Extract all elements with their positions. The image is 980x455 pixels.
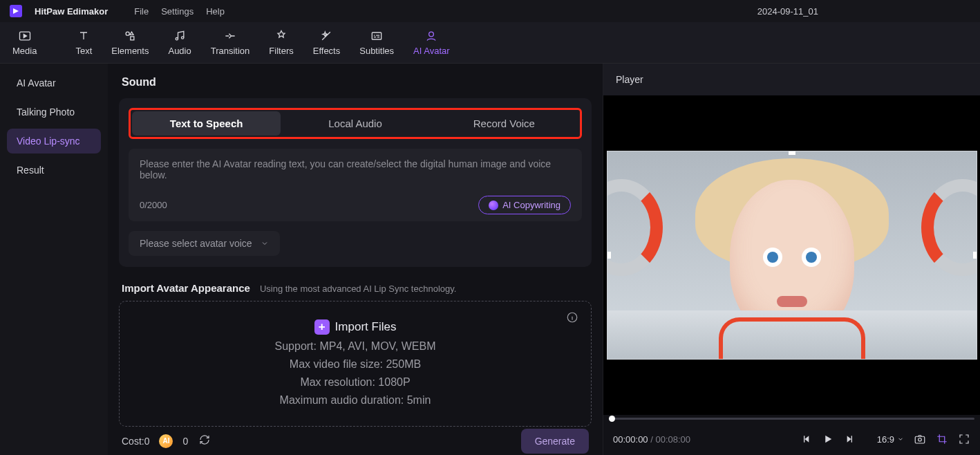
sidebar-item-video-lipsync[interactable]: Video Lip-sync xyxy=(7,129,101,154)
tts-textarea[interactable]: Please enter the AI Avatar reading text,… xyxy=(129,149,582,221)
coin-icon: AI xyxy=(159,434,173,448)
char-counter: 0/2000 xyxy=(140,200,167,210)
footer-bar: Cost:0 AI 0 Generate xyxy=(119,427,592,455)
menu-settings[interactable]: Settings xyxy=(161,6,194,17)
chevron-down-icon xyxy=(261,239,269,248)
aspect-ratio-label: 16:9 xyxy=(877,434,894,445)
time-current: 00:00:00 xyxy=(613,434,648,445)
generate-button[interactable]: Generate xyxy=(521,429,589,454)
project-name: 2024-09-11_01 xyxy=(757,6,818,17)
prev-frame-button[interactable] xyxy=(801,434,812,445)
avatar-voice-select-label: Please select avatar voice xyxy=(140,238,252,249)
ribbon-effects-label: Effects xyxy=(313,46,341,56)
ribbon-ai-avatar[interactable]: AI Avatar xyxy=(413,29,450,56)
ribbon-elements[interactable]: Elements xyxy=(111,29,149,56)
tab-record-voice[interactable]: Record Voice xyxy=(430,111,578,136)
menu-file[interactable]: File xyxy=(134,6,149,17)
ribbon-audio[interactable]: Audio xyxy=(168,29,191,56)
plus-icon: + xyxy=(314,319,330,335)
ribbon-transition[interactable]: Transition xyxy=(211,29,250,56)
app-name: HitPaw Edimakor xyxy=(35,6,108,17)
import-files-button[interactable]: + Import Files xyxy=(314,319,397,335)
avatar-suit xyxy=(607,310,977,359)
sound-tabs: Text to Speech Local Audio Record Voice xyxy=(129,108,582,139)
ai-copywriting-label: AI Copywriting xyxy=(502,200,560,210)
svg-rect-8 xyxy=(915,436,925,443)
char-count-max: /2000 xyxy=(144,200,167,210)
play-button[interactable] xyxy=(822,433,834,445)
import-files-label: Import Files xyxy=(335,320,397,334)
avatar-headset-l xyxy=(607,179,663,276)
ribbon-elements-label: Elements xyxy=(111,46,149,56)
ribbon-filters-label: Filters xyxy=(269,46,293,56)
player-timeline[interactable] xyxy=(603,415,980,423)
svg-rect-5 xyxy=(373,32,381,39)
svg-point-4 xyxy=(182,37,184,39)
ribbon-transition-label: Transition xyxy=(211,46,250,56)
import-res-text: Max resolution: 1080P xyxy=(300,376,410,389)
import-dropzone[interactable]: + Import Files Support: MP4, AVI, MOV, W… xyxy=(119,301,592,427)
ribbon-ai-avatar-label: AI Avatar xyxy=(413,46,450,56)
svg-rect-2 xyxy=(131,37,134,40)
tts-placeholder: Please enter the AI Avatar reading text,… xyxy=(140,158,571,192)
time-total: 00:08:00 xyxy=(655,434,690,445)
svg-point-1 xyxy=(126,32,130,35)
ribbon-audio-label: Audio xyxy=(168,46,191,56)
info-icon[interactable] xyxy=(566,311,578,326)
import-support-text: Support: MP4, AVI, MOV, WEBM xyxy=(275,340,436,353)
credits-value: 0 xyxy=(182,436,188,447)
import-title: Import Avatar Appearance xyxy=(122,282,250,294)
tab-text-to-speech[interactable]: Text to Speech xyxy=(132,111,281,136)
sparkle-orb-icon xyxy=(489,201,498,210)
aspect-ratio-select[interactable]: 16:9 xyxy=(877,434,904,445)
avatar-preview[interactable] xyxy=(607,151,977,360)
import-subtitle: Using the most advanced AI Lip Sync tech… xyxy=(260,284,456,294)
sidebar-item-ai-avatar[interactable]: AI Avatar xyxy=(7,71,101,95)
snapshot-button[interactable] xyxy=(914,433,926,445)
ribbon-effects[interactable]: Effects xyxy=(313,29,341,56)
sidebar: AI Avatar Talking Photo Video Lip-sync R… xyxy=(0,64,108,455)
import-size-text: Max video file size: 250MB xyxy=(290,358,421,371)
timeline-playhead[interactable] xyxy=(609,416,615,422)
ribbon-media-label: Media xyxy=(12,46,37,56)
refresh-button[interactable] xyxy=(199,434,210,448)
ribbon-subtitles[interactable]: Subtitles xyxy=(359,29,394,56)
ribbon-toolbar: Media Text Elements Audio Transition Fil… xyxy=(0,22,980,64)
player-panel: Player xyxy=(603,64,980,455)
next-frame-button[interactable] xyxy=(844,434,855,445)
import-dur-text: Maximum audio duration: 5min xyxy=(280,394,431,407)
player-title: Player xyxy=(603,64,980,95)
main-panel: Sound Text to Speech Local Audio Record … xyxy=(108,64,603,455)
ribbon-text-label: Text xyxy=(75,46,92,56)
crop-button[interactable] xyxy=(936,433,948,445)
ribbon-media[interactable]: Media xyxy=(12,29,37,56)
resize-handle-n[interactable] xyxy=(789,151,795,155)
avatar-voice-select[interactable]: Please select avatar voice xyxy=(129,231,280,256)
sidebar-item-talking-photo[interactable]: Talking Photo xyxy=(7,100,101,124)
cost-label-text: Cost: xyxy=(122,436,144,447)
ribbon-filters[interactable]: Filters xyxy=(269,29,293,56)
ribbon-text[interactable]: Text xyxy=(75,29,92,56)
app-logo-icon xyxy=(10,5,22,17)
fullscreen-button[interactable] xyxy=(958,433,970,445)
time-display: 00:00:00 / 00:08:00 xyxy=(613,434,690,445)
avatar-headset-r xyxy=(921,179,977,276)
title-bar: HitPaw Edimakor File Settings Help 2024-… xyxy=(0,0,980,22)
cost-label: Cost:0 xyxy=(122,436,149,447)
player-controls: 00:00:00 / 00:08:00 16:9 xyxy=(603,423,980,455)
svg-point-3 xyxy=(176,38,178,40)
sound-card: Text to Speech Local Audio Record Voice … xyxy=(119,98,592,267)
svg-point-9 xyxy=(918,438,922,442)
chevron-down-icon xyxy=(897,436,904,443)
ai-copywriting-button[interactable]: AI Copywriting xyxy=(478,196,571,214)
menu-help[interactable]: Help xyxy=(206,6,225,17)
ribbon-subtitles-label: Subtitles xyxy=(359,46,394,56)
sidebar-item-result[interactable]: Result xyxy=(7,158,101,183)
player-stage[interactable] xyxy=(603,95,980,415)
cost-value: 0 xyxy=(144,436,150,447)
svg-point-6 xyxy=(429,32,434,37)
sound-section-title: Sound xyxy=(122,76,589,89)
tab-local-audio[interactable]: Local Audio xyxy=(281,111,429,136)
